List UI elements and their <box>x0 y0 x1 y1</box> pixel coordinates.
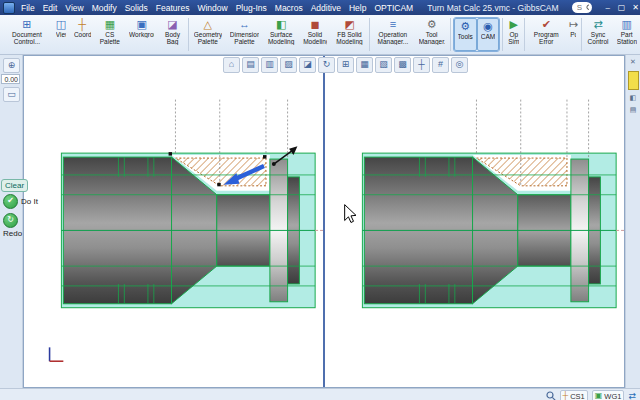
geometry-palette-icon: △ <box>204 18 212 31</box>
main-area: ⊕ 0.00 ▭ Clear ✔ Do It ↻ Redo ⌂▤▥▨◪↻⊞▦▧▩… <box>0 55 640 388</box>
drawing-canvas[interactable]: ⌂▤▥▨◪↻⊞▦▧▩┼#◎ <box>23 55 625 388</box>
ribbon-group: ≡Operation Manager...⚙Tool Manager... <box>371 16 448 53</box>
menu-edit[interactable]: Edit <box>42 3 59 13</box>
viewport-left-drawing <box>24 56 323 387</box>
part-station-button[interactable]: ▥Part Station <box>613 16 640 53</box>
menu-plug-ins[interactable]: Plug-Ins <box>235 3 268 13</box>
redo-label: Redo <box>3 229 22 238</box>
view-button-label: View <box>56 31 66 38</box>
workgroups-button-label: Workgroups <box>129 31 154 38</box>
redo-button[interactable]: ↻ Redo <box>3 213 22 238</box>
zoom-fit-icon[interactable]: ⊞ <box>337 57 354 73</box>
coordinate-system-chip[interactable]: ┼ CS1 <box>560 390 588 400</box>
ribbon-group: ⇄Sync Control▥Part Station <box>583 16 640 53</box>
do-it-button[interactable]: ✔ Do It <box>3 194 38 209</box>
view-button[interactable]: ◫View <box>52 16 70 53</box>
menu-bar: FileEditViewModifySolidsFeaturesWindowPl… <box>20 3 414 13</box>
zoom-status-icon[interactable] <box>546 391 556 400</box>
ribbon-separator <box>369 18 370 51</box>
close-button[interactable]: ✕ <box>629 2 640 14</box>
search-box[interactable] <box>572 2 592 13</box>
dimension-palette-button[interactable]: ↔Dimension Palette <box>226 16 263 53</box>
dimension-palette-button-label: Dimension Palette <box>230 31 259 45</box>
program-error-checker-button-label: Program Error Checker <box>530 31 562 45</box>
fb-solid-modeling-button-label: FB Solid Modeling <box>335 31 364 45</box>
search-icon <box>586 4 589 12</box>
front-view-icon[interactable]: ▥ <box>261 57 278 73</box>
iso-view-icon[interactable]: ◪ <box>299 57 316 73</box>
coordinates-icon: ┼ <box>78 18 86 31</box>
menu-features[interactable]: Features <box>155 3 191 13</box>
menu-view[interactable]: View <box>64 3 84 13</box>
op-sim-button[interactable]: ▶Op Sim <box>504 16 523 53</box>
cs-chip-label: CS1 <box>570 392 585 400</box>
status-right-cluster: ┼ CS1 ▣ WG1 ⇄ <box>546 390 636 400</box>
workgroup-chip[interactable]: ▣ WG1 <box>592 390 625 400</box>
operation-manager-button[interactable]: ≡Operation Manager... <box>371 16 415 53</box>
coord-button[interactable]: ┼Coord... <box>70 16 95 53</box>
geometry-palette-button[interactable]: △Geometry Palette <box>190 16 226 53</box>
status-bar: ┼ CS1 ▣ WG1 ⇄ <box>0 388 640 400</box>
post-icon: ↦ <box>569 18 578 31</box>
menu-file[interactable]: File <box>20 3 36 13</box>
home-view-icon[interactable]: ⌂ <box>223 57 240 73</box>
app-icon[interactable] <box>3 2 15 14</box>
menu-window[interactable]: Window <box>196 3 228 13</box>
tool-manager-button[interactable]: ⚙Tool Manager... <box>415 16 449 53</box>
cs-yz-plane-icon[interactable]: ▩ <box>394 57 411 73</box>
workgroups-icon: ▣ <box>137 18 147 31</box>
workgroups-button[interactable]: ▣Workgroups <box>125 16 158 53</box>
minimize-button[interactable]: – <box>601 2 615 14</box>
panel-close-icon[interactable]: ✕ <box>628 57 638 67</box>
rotate-view-icon[interactable]: ↻ <box>318 57 335 73</box>
axis-icon[interactable]: ┼ <box>413 57 430 73</box>
cs-palette-button[interactable]: ▦CS Palette <box>95 16 125 53</box>
search-input[interactable] <box>575 2 584 13</box>
dimension-palette-icon: ↔ <box>239 18 250 31</box>
cs-zx-plane-icon[interactable]: ▧ <box>375 57 392 73</box>
bookmark-flag-icon[interactable] <box>628 71 639 90</box>
snap-icon[interactable]: ◎ <box>451 57 468 73</box>
sync-control-button-label: Sync Control <box>587 31 609 45</box>
cam-button[interactable]: ◉CAM <box>477 18 499 51</box>
solid-modeling-button[interactable]: ◼Solid Modeling <box>299 16 331 53</box>
sync-status-icon[interactable]: ⇄ <box>628 392 636 400</box>
clear-button[interactable]: Clear <box>1 179 28 192</box>
part-station-icon: ▥ <box>621 18 631 31</box>
post-button[interactable]: ↦Post <box>566 16 580 53</box>
surface-modeling-button[interactable]: ◧Surface Modeling <box>263 16 299 53</box>
grid-icon[interactable]: # <box>432 57 449 73</box>
right-view-icon[interactable]: ▨ <box>280 57 297 73</box>
list-icon[interactable]: ▤ <box>628 105 638 115</box>
maximize-button[interactable]: ▢ <box>615 2 629 14</box>
cs-xy-plane-icon[interactable]: ▦ <box>356 57 373 73</box>
sync-control-button[interactable]: ⇄Sync Control <box>583 16 613 53</box>
tools-button[interactable]: ⚙Tools <box>454 18 477 51</box>
body-bag-icon: ◪ <box>167 18 177 31</box>
body-bag-button-label: Body Bag <box>162 31 182 45</box>
program-error-checker-button[interactable]: ✔Program Error Checker <box>526 16 566 53</box>
post-button-label: Post <box>570 31 576 38</box>
op-sim-icon: ▶ <box>510 18 518 31</box>
pin-icon[interactable]: ⊕ <box>3 58 20 73</box>
menu-macros[interactable]: Macros <box>274 3 304 13</box>
viewport-right[interactable] <box>325 56 624 387</box>
fb-solid-modeling-button[interactable]: ◩FB Solid Modeling <box>331 16 368 53</box>
top-view-icon[interactable]: ▤ <box>242 57 259 73</box>
layer-icon[interactable]: ◧ <box>628 93 638 103</box>
left-tool-strip: ⊕ 0.00 ▭ Clear ✔ Do It ↻ Redo <box>0 55 23 388</box>
viewport-left[interactable] <box>24 56 323 387</box>
menu-additive[interactable]: Additive <box>310 3 342 13</box>
document-control-button[interactable]: ⊞Document Control... <box>2 16 52 53</box>
geometry-mode-icon[interactable]: ▭ <box>3 87 20 102</box>
body-bag-button[interactable]: ◪Body Bag <box>158 16 186 53</box>
menu-opticam[interactable]: OPTICAM <box>373 3 414 13</box>
surface-modeling-button-label: Surface Modeling <box>267 31 295 45</box>
tool-manager-icon: ⚙ <box>427 18 437 31</box>
menu-solids[interactable]: Solids <box>124 3 149 13</box>
ribbon-group: ⚙Tools◉CAM <box>453 17 501 52</box>
menu-help[interactable]: Help <box>348 3 367 13</box>
fb-solid-modeling-icon: ◩ <box>344 18 354 31</box>
menu-modify[interactable]: Modify <box>91 3 118 13</box>
geometry-palette-button-label: Geometry Palette <box>194 31 222 45</box>
